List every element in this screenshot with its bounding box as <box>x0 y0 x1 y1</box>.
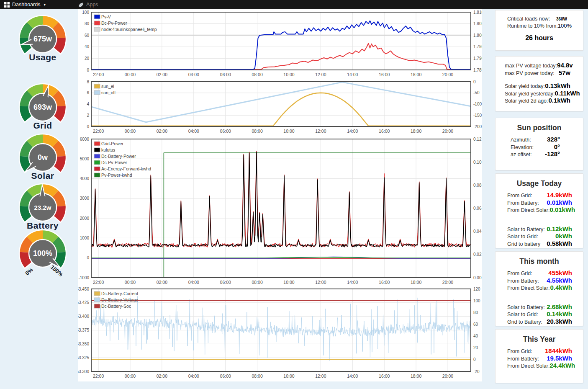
right-tick: 0 <box>473 357 476 362</box>
right-tick: -200 <box>473 124 482 129</box>
stat-value: 24.4kWh <box>549 362 575 369</box>
series-dc-pv-power <box>91 44 471 70</box>
legend-swatch <box>94 304 100 308</box>
stat-value: 20.3kWh <box>547 318 572 325</box>
right-tick: 0.02 <box>473 252 482 257</box>
dashboards-menu[interactable]: Dashboards ▾ <box>0 0 50 9</box>
stat-label: az offset: <box>511 152 532 158</box>
legend-swatch <box>94 15 100 19</box>
legend-swatch <box>94 154 100 158</box>
gauge-value: 23.2w <box>34 204 51 211</box>
spacer <box>496 292 583 304</box>
gauge-solar-label: Solar <box>16 171 69 181</box>
stat-value: 1844kWh <box>545 348 572 354</box>
x-tick: 04:00 <box>188 374 199 379</box>
legend-label: Dc-Battery-Current <box>101 291 138 296</box>
dashboards-label: Dashboards <box>12 2 40 8</box>
left-tick: -1000 <box>78 276 89 280</box>
stat-row: Solar yield 2d ago:0.1kWh <box>496 97 583 105</box>
stat-label: Elevation: <box>511 144 534 151</box>
stat-value: 0.12kWh <box>547 226 572 232</box>
x-tick: 10:00 <box>283 129 294 134</box>
legend-label: sun_off <box>101 90 116 95</box>
x-tick: 18:00 <box>411 280 421 285</box>
x-tick: 18:00 <box>411 72 421 77</box>
x-tick: 20:00 <box>442 280 453 285</box>
legend-swatch <box>94 298 100 302</box>
right-tick: 1.795 <box>473 44 482 49</box>
left-tick: 4000 <box>80 176 90 181</box>
x-tick: 02:00 <box>157 280 167 285</box>
right-tick: 1.805 <box>473 21 482 26</box>
stat-value: 100% <box>558 23 572 29</box>
stat-label: From Direct Solar: <box>507 285 549 292</box>
x-tick: 18:00 <box>411 374 421 379</box>
chart-sun[interactable]: 02468-200-150-100-50022:0000:0002:0004:0… <box>78 79 482 136</box>
right-tick: 20 <box>473 345 478 350</box>
left-tick: 60 <box>85 33 90 38</box>
left-tick: 2 <box>87 113 89 118</box>
x-tick: 22:00 <box>93 129 104 134</box>
stat-value: 57w <box>559 70 570 76</box>
leaf-icon <box>78 2 84 8</box>
left-tick: 53.325 <box>78 356 89 360</box>
x-tick: 12:00 <box>315 72 326 77</box>
right-tick: 80 <box>473 310 478 315</box>
right-tick: 0.10 <box>473 160 482 165</box>
legend-label: Ac-Energy-Forward-kwhd <box>101 166 151 171</box>
chart-battery[interactable]: 53.30053.32553.35053.37553.40053.42553.4… <box>78 286 482 381</box>
x-tick: 10:00 <box>283 72 294 77</box>
x-tick: 22:00 <box>93 374 104 379</box>
chart-pv[interactable]: 0204060801001.7851.7901.7951.8001.8051.8… <box>78 9 482 79</box>
x-tick: 12:00 <box>315 374 326 379</box>
stat-label: Azimuth: <box>511 137 531 144</box>
x-tick: 06:00 <box>220 374 231 379</box>
stat-label: Solar to Grid: <box>507 234 538 240</box>
stat-label: From Grid: <box>507 193 532 199</box>
left-tick: 6 <box>87 90 89 95</box>
stat-row: Critical-loads now:360W <box>496 16 583 23</box>
legend-label: node:4:aurinkopaneeli_temp <box>101 27 157 32</box>
stat-row: From Battery:0.01kWh <box>496 199 583 207</box>
stat-value: 19.5kWh <box>547 355 572 362</box>
panel-title: This Year <box>496 335 583 344</box>
x-tick: 20:00 <box>442 374 453 379</box>
series-dc-battery-voltage <box>91 296 470 361</box>
right-tick: 40 <box>473 334 478 338</box>
stat-value: -128° <box>545 151 560 157</box>
apps-menu[interactable]: Apps <box>74 0 103 9</box>
right-tick: 0.06 <box>473 206 482 211</box>
stat-label: From Direct Solar: <box>507 363 549 370</box>
series-sun-el <box>91 93 471 126</box>
panel-this-year: This YearFrom Grid:1844kWhFrom Battery:1… <box>495 329 583 383</box>
left-tick: 100 <box>82 10 89 15</box>
left-tick: 6000 <box>80 137 90 142</box>
left-tick: 0 <box>87 68 89 72</box>
x-tick: 16:00 <box>379 374 390 379</box>
series-grid-power <box>91 151 470 247</box>
plot-border <box>91 12 471 70</box>
right-tick: 0.08 <box>473 183 482 188</box>
gauge-grid-label: Grid <box>16 121 69 131</box>
stat-label: From Grid: <box>507 270 532 277</box>
stat-label: Solar yield yesterday: <box>505 91 555 98</box>
x-tick: 22:00 <box>93 280 104 285</box>
legend-label: Dc-Pv-Power <box>101 21 127 26</box>
stat-row: From Battery:4.55kWh <box>496 277 583 285</box>
stat-row: From Direct Solar:0.01kWh <box>496 206 583 214</box>
legend-label: Grid-Power <box>101 141 124 146</box>
x-tick: 00:00 <box>125 72 136 77</box>
x-tick: 08:00 <box>252 129 262 134</box>
left-tick: 20 <box>85 56 90 61</box>
chart-power[interactable]: -100001000200030004000500060000.000.020.… <box>78 136 482 287</box>
left-tick: 3000 <box>80 196 90 201</box>
left-tick: 5000 <box>80 157 90 161</box>
stat-row: Runtime to 10% from:100% <box>496 23 583 30</box>
stat-label: From Direct Solar: <box>507 207 549 214</box>
stat-value: 0° <box>554 144 560 150</box>
stat-label: From Battery: <box>507 356 539 363</box>
series-dc-pv-power <box>91 257 471 258</box>
x-tick: 16:00 <box>379 280 390 285</box>
right-tick: -50 <box>473 90 480 95</box>
panel-usage-today: Usage TodayFrom Grid:14.9kWhFrom Battery… <box>495 173 583 248</box>
